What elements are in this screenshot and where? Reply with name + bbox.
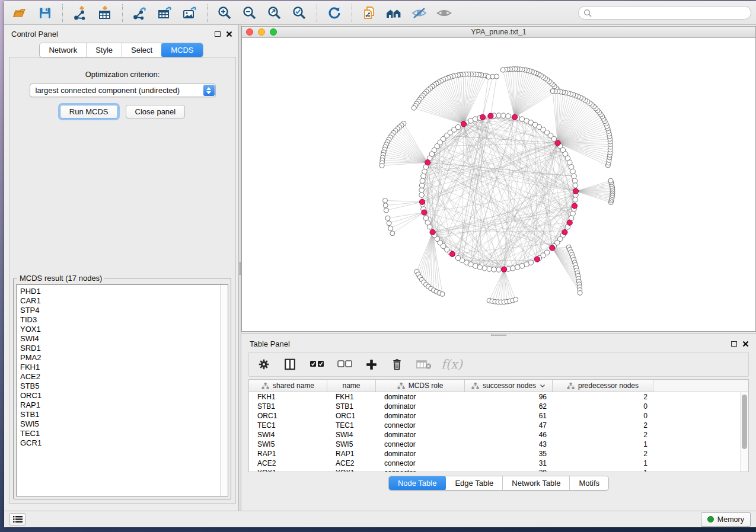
table-scrollbar[interactable] xyxy=(740,392,748,472)
mcds-result-item[interactable]: RAP1 xyxy=(20,400,220,410)
mcds-list-scrollbar[interactable] xyxy=(220,285,228,496)
export-network-button[interactable] xyxy=(129,4,151,23)
table-row[interactable]: STB1STB1dominator620 xyxy=(249,402,740,411)
search-box[interactable] xyxy=(578,6,751,20)
run-mcds-button[interactable]: Run MCDS xyxy=(60,105,118,118)
table-panel-title: Table Panel xyxy=(250,339,290,348)
show-all-button[interactable] xyxy=(433,4,455,23)
table-cell: 0 xyxy=(553,402,653,411)
mcds-result-item[interactable]: STB5 xyxy=(20,382,220,391)
tab-edge-table[interactable]: Edge Table xyxy=(446,476,503,490)
table-row[interactable]: SWI5SWI5connector431 xyxy=(249,440,740,449)
mcds-result-item[interactable]: PHD1 xyxy=(20,287,220,296)
minimize-window-icon[interactable] xyxy=(258,28,265,36)
mcds-result-item[interactable]: CAR1 xyxy=(20,296,220,306)
control-panel: Control Panel NetworkStyleSelectMCDS Opt… xyxy=(4,25,238,511)
table-scrollbar-thumb[interactable] xyxy=(742,395,747,449)
optimization-criterion-select[interactable]: largest connected component (undirected) xyxy=(30,84,216,97)
show-columns-button[interactable] xyxy=(283,358,296,371)
table-settings-button[interactable] xyxy=(257,358,270,371)
column-header-MCDS-role[interactable]: MCDS role xyxy=(376,380,465,392)
mcds-result-item[interactable]: YOX1 xyxy=(20,325,220,334)
tab-style[interactable]: Style xyxy=(87,43,122,57)
zoom-fit-button[interactable] xyxy=(263,4,286,23)
deselect-all-button[interactable] xyxy=(337,360,352,368)
table-cell: 61 xyxy=(465,412,553,420)
select-all-button[interactable] xyxy=(310,360,324,368)
add-column-button[interactable] xyxy=(365,358,378,371)
tab-motifs[interactable]: Motifs xyxy=(570,476,608,490)
mcds-result-item[interactable]: FKH1 xyxy=(20,363,220,372)
status-bar: Memory xyxy=(4,511,756,527)
houses-icon xyxy=(385,6,403,20)
column-header-predecessor-nodes[interactable]: predecessor nodes xyxy=(553,380,653,392)
table-cell: connector xyxy=(376,459,465,467)
zoom-in-button[interactable] xyxy=(213,4,236,23)
mcds-result-item[interactable]: SRD1 xyxy=(20,344,220,353)
network-window-title: YPA_prune.txt_1 xyxy=(471,28,527,36)
zoom-selected-button[interactable] xyxy=(288,4,311,23)
mcds-result-item[interactable]: STP4 xyxy=(20,306,220,315)
table-row[interactable]: YOX1YOX1connector291 xyxy=(249,468,740,472)
close-panel-icon[interactable] xyxy=(742,341,749,347)
table-row[interactable]: ORC1ORC1dominator610 xyxy=(249,411,740,421)
table-cell: 31 xyxy=(465,459,553,467)
tab-network-table[interactable]: Network Table xyxy=(503,476,570,490)
tab-network[interactable]: Network xyxy=(40,43,87,57)
tab-mcds[interactable]: MCDS xyxy=(161,43,203,57)
tab-node-table[interactable]: Node Table xyxy=(388,476,447,491)
export-table-button[interactable] xyxy=(154,4,176,23)
column-header-label: successor nodes xyxy=(483,382,536,390)
table-panel-splitter-grip[interactable] xyxy=(491,334,506,336)
network-window-titlebar[interactable]: YPA_prune.txt_1 xyxy=(242,27,755,38)
close-panel-button[interactable]: Close panel xyxy=(126,105,186,118)
search-input[interactable] xyxy=(595,9,746,17)
mcds-result-item[interactable]: GCR1 xyxy=(20,438,220,448)
refresh-view-button[interactable] xyxy=(323,4,346,23)
float-panel-icon[interactable] xyxy=(215,31,221,37)
zoom-selected-icon xyxy=(292,5,307,21)
table-row[interactable]: FKH1FKH1dominator962 xyxy=(249,392,740,402)
table-row[interactable]: TEC1TEC1connector472 xyxy=(249,421,740,430)
delete-column-button[interactable] xyxy=(391,358,403,371)
float-panel-icon[interactable] xyxy=(731,341,737,347)
network-graph[interactable] xyxy=(242,38,755,331)
first-neighbors-button[interactable] xyxy=(383,4,406,23)
table-row[interactable]: RAP1RAP1dominator352 xyxy=(249,449,740,459)
mcds-result-item[interactable]: SWI5 xyxy=(20,419,220,429)
mcds-result-item[interactable]: TID3 xyxy=(20,315,220,325)
task-history-button[interactable] xyxy=(9,513,25,525)
tab-select[interactable]: Select xyxy=(122,43,162,57)
column-header-successor-nodes[interactable]: successor nodes xyxy=(465,380,553,392)
mcds-result-item[interactable]: PMA2 xyxy=(20,353,220,363)
function-builder-button-disabled: f(x) xyxy=(441,357,462,371)
maximize-window-icon[interactable] xyxy=(270,28,277,36)
mcds-result-item[interactable]: STB1 xyxy=(20,410,220,419)
mcds-result-item[interactable]: ACE2 xyxy=(20,372,220,382)
mcds-result-item[interactable]: SWI4 xyxy=(20,334,220,344)
toolbar-separator xyxy=(62,4,63,22)
import-network-button[interactable] xyxy=(69,4,91,23)
memory-button[interactable]: Memory xyxy=(701,512,751,527)
open-file-button[interactable] xyxy=(9,4,31,23)
save-session-button[interactable] xyxy=(34,4,56,23)
network-canvas[interactable] xyxy=(242,38,755,331)
close-window-icon[interactable] xyxy=(246,28,253,36)
export-image-button[interactable] xyxy=(178,4,201,23)
hide-selected-button[interactable] xyxy=(408,4,430,23)
mcds-tab-content: Optimization criterion: largest connecte… xyxy=(9,57,236,504)
splitter-grip[interactable] xyxy=(239,262,241,275)
search-icon xyxy=(583,9,592,17)
import-table-button[interactable] xyxy=(94,4,116,23)
column-header-shared-name[interactable]: shared name xyxy=(249,380,327,392)
zoom-out-button[interactable] xyxy=(238,4,261,23)
column-header-name[interactable]: name xyxy=(327,380,376,392)
table-cell: SWI4 xyxy=(327,431,376,439)
mcds-result-item[interactable]: ORC1 xyxy=(20,391,220,400)
table-row[interactable]: SWI4SWI4dominator462 xyxy=(249,430,740,440)
table-row[interactable]: ACE2ACE2connector311 xyxy=(249,459,740,468)
close-panel-icon[interactable] xyxy=(226,31,232,37)
mcds-result-item[interactable]: TEC1 xyxy=(20,429,220,438)
copy-style-button[interactable] xyxy=(358,4,381,23)
toolbar-separator xyxy=(122,4,123,22)
